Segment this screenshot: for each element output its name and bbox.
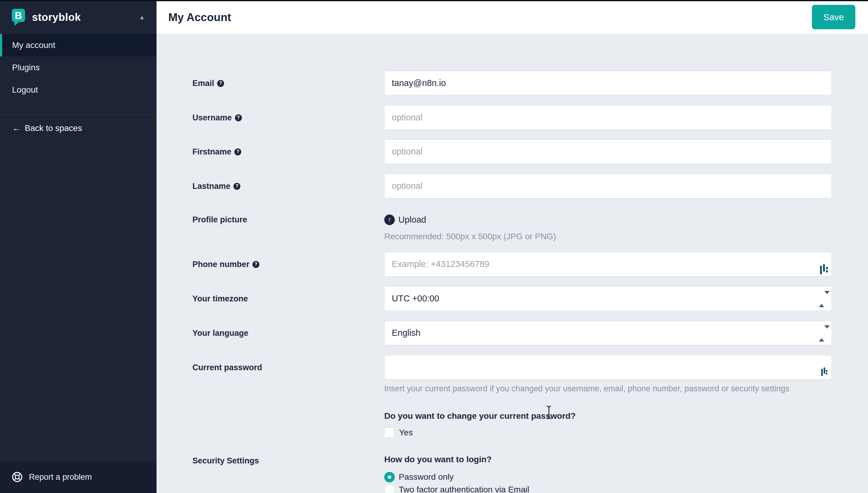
- timezone-select[interactable]: UTC +00:00: [384, 286, 832, 311]
- current-password-field[interactable]: [384, 355, 832, 380]
- login-option-password-only: Password only: [384, 472, 453, 483]
- radio-selected[interactable]: [384, 472, 395, 483]
- window-top-edge: [0, 0, 868, 1]
- email-label: Email ?: [193, 77, 224, 89]
- sidebar-item-my-account[interactable]: My account: [0, 34, 157, 57]
- back-arrow-icon: ←: [12, 123, 21, 133]
- storyblok-logo-icon: B: [10, 8, 27, 26]
- email-field[interactable]: [384, 71, 832, 95]
- sidebar-item-logout[interactable]: Logout: [0, 79, 157, 101]
- page-title: My Account: [168, 11, 231, 24]
- login-method-question: How do you want to login?: [384, 455, 492, 464]
- upload-button[interactable]: ↑ Upload: [384, 214, 426, 226]
- back-to-spaces-link[interactable]: ← Back to spaces: [0, 121, 157, 136]
- phone-label: Phone number ?: [193, 258, 259, 270]
- lifebuoy-icon: [12, 471, 23, 483]
- firstname-field[interactable]: [384, 140, 832, 164]
- yes-label: Yes: [399, 428, 413, 437]
- security-settings-label: Security Settings: [193, 455, 259, 467]
- timezone-label: Your timezone: [193, 293, 248, 305]
- sidebar-item-label: Logout: [12, 85, 38, 95]
- yes-checkbox[interactable]: [384, 428, 395, 438]
- password-manager-extension-icon[interactable]: [820, 264, 828, 276]
- sidebar: B storyblok ▲ My account Plugins Logout …: [0, 0, 157, 493]
- sidebar-item-plugins[interactable]: Plugins: [0, 57, 157, 79]
- upload-icon: ↑: [384, 215, 395, 225]
- upload-label: Upload: [398, 215, 426, 225]
- password-manager-extension-icon[interactable]: [821, 367, 827, 377]
- svg-text:B: B: [15, 10, 22, 21]
- select-arrows-icon: [819, 328, 824, 338]
- back-to-spaces-label: Back to spaces: [25, 123, 82, 133]
- report-problem-label: Report a problem: [29, 472, 92, 482]
- change-password-question: Do you want to change your current passw…: [384, 411, 576, 421]
- radio-label: Password only: [399, 472, 453, 482]
- firstname-label: Firstname ?: [193, 146, 241, 158]
- username-field[interactable]: [384, 105, 832, 130]
- radio-label: Two factor authentication via Email: [399, 485, 529, 493]
- radio-unselected[interactable]: [384, 485, 395, 493]
- language-value: English: [392, 328, 420, 338]
- upload-recommendation: Recommended: 500px x 500px (JPG or PNG): [384, 232, 556, 241]
- logo-wordmark: storyblok: [32, 11, 81, 23]
- sidebar-divider: [0, 114, 157, 114]
- help-icon[interactable]: ?: [235, 114, 242, 121]
- account-form: Email ? Username ? Firstname ? Lastname …: [157, 34, 868, 493]
- sidebar-header: B storyblok ▲: [0, 0, 157, 34]
- timezone-value: UTC +00:00: [392, 294, 439, 303]
- lastname-label: Lastname ?: [193, 180, 240, 192]
- sidebar-item-label: My account: [12, 40, 55, 50]
- sidebar-item-label: Plugins: [12, 63, 40, 72]
- lastname-field[interactable]: [384, 174, 832, 198]
- current-password-label: Current password: [193, 361, 262, 373]
- help-icon[interactable]: ?: [233, 183, 240, 190]
- sidebar-collapse-icon[interactable]: ▲: [139, 14, 145, 21]
- help-icon[interactable]: ?: [217, 80, 224, 87]
- change-password-yes-row: Yes: [384, 427, 413, 438]
- current-password-hint: Insert your current password if you chan…: [384, 384, 789, 393]
- language-label: Your language: [193, 327, 248, 339]
- select-arrows-icon: [819, 294, 824, 303]
- page-header: My Account Save: [157, 1, 868, 34]
- report-problem-button[interactable]: Report a problem: [0, 461, 157, 493]
- save-button[interactable]: Save: [812, 5, 855, 29]
- profile-picture-label: Profile picture: [193, 214, 247, 226]
- phone-field[interactable]: [384, 252, 832, 276]
- login-option-two-factor-email: Two factor authentication via Email: [384, 484, 529, 493]
- language-select[interactable]: English: [384, 321, 832, 345]
- username-label: Username ?: [193, 112, 242, 124]
- help-icon[interactable]: ?: [252, 261, 259, 268]
- storyblok-account-page: B storyblok ▲ My account Plugins Logout …: [0, 0, 868, 493]
- help-icon[interactable]: ?: [234, 148, 241, 155]
